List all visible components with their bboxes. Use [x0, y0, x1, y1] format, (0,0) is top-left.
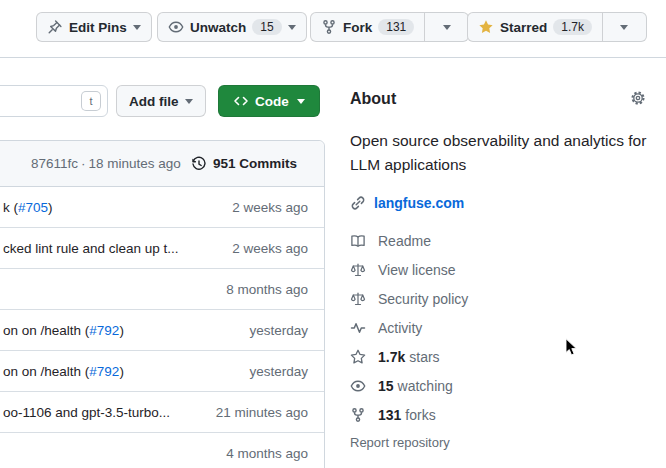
file-row: on on /health (#792) yesterday [0, 351, 324, 392]
pulse-icon [350, 320, 366, 336]
github-repo-page: Edit Pins Unwatch 15 Fork 131 [0, 0, 666, 468]
commit-message[interactable]: k (#705) [3, 200, 53, 215]
add-file-button[interactable]: Add file [116, 85, 206, 117]
book-icon [350, 233, 366, 249]
activity-link[interactable]: Activity [350, 313, 652, 342]
code-icon [233, 93, 249, 109]
commit-age: yesterday [249, 323, 308, 338]
fork-group: Fork 131 [310, 12, 469, 42]
go-to-file-input-box: t [0, 85, 108, 117]
file-row: on on /health (#792) yesterday [0, 310, 324, 351]
pr-link[interactable]: #792 [89, 364, 119, 379]
unwatch-button[interactable]: Unwatch 15 [157, 12, 307, 42]
commit-time: 18 minutes ago [89, 156, 181, 171]
chevron-down-icon [185, 99, 193, 104]
commits-count-label: 951 Commits [213, 156, 297, 171]
file-row: cked lint rule and clean up t... 2 weeks… [0, 228, 324, 269]
pin-icon [47, 19, 63, 35]
code-button[interactable]: Code [218, 85, 320, 117]
go-to-file-shortcut-hint: t [81, 91, 101, 111]
commit-age: 2 weeks ago [232, 200, 308, 215]
commit-sha: 87611fc [31, 156, 78, 171]
license-link[interactable]: View license [350, 255, 652, 284]
header-divider [0, 57, 666, 58]
fork-count-badge: 131 [378, 19, 414, 35]
eye-icon [350, 378, 366, 394]
star-icon [350, 349, 366, 365]
file-row: 8 months ago [0, 269, 324, 310]
commit-message[interactable]: on on /health (#792) [3, 323, 124, 338]
watch-count-badge: 15 [252, 19, 281, 35]
repo-description: Open source observability and analytics … [350, 129, 652, 177]
starred-label: Starred [500, 20, 547, 35]
star-group: Starred 1.7k [467, 12, 647, 42]
edit-pins-group: Edit Pins [36, 12, 152, 42]
fork-icon [321, 19, 337, 35]
latest-commit-bar: 87611fc·18 minutes ago 951 Commits [0, 141, 324, 187]
gear-icon[interactable] [630, 90, 646, 106]
website-link[interactable]: langfuse.com [374, 195, 464, 211]
file-row: oo-1106 and gpt-3.5-turbo... 21 minutes … [0, 392, 324, 433]
unwatch-label: Unwatch [190, 20, 246, 35]
watch-group: Unwatch 15 [157, 12, 307, 42]
commit-message[interactable]: on on /health (#792) [3, 364, 124, 379]
commits-history-link[interactable]: 951 Commits [191, 156, 297, 172]
law-icon [350, 262, 366, 278]
code-label: Code [255, 94, 289, 109]
chevron-down-icon [443, 25, 451, 30]
link-icon [350, 195, 366, 211]
readme-link[interactable]: Readme [350, 226, 652, 255]
chevron-down-icon [133, 25, 141, 30]
fork-icon [350, 407, 366, 423]
stars-link[interactable]: 1.7k stars [350, 342, 652, 371]
star-filled-icon [478, 19, 494, 35]
forks-link[interactable]: 131 forks [350, 400, 652, 429]
about-title: About [350, 90, 396, 107]
report-repository-link[interactable]: Report repository [350, 435, 652, 450]
fork-label: Fork [343, 20, 372, 35]
file-table: 87611fc·18 minutes ago 951 Commits k (#7… [0, 140, 325, 468]
file-row: k (#705) 2 weeks ago [0, 187, 324, 228]
fork-button[interactable]: Fork 131 [310, 12, 425, 42]
chevron-down-icon [288, 25, 296, 30]
about-panel: About Open source observability and anal… [350, 85, 652, 450]
commit-age: 2 weeks ago [232, 241, 308, 256]
starred-button[interactable]: Starred 1.7k [467, 12, 603, 42]
go-to-file-input[interactable] [0, 86, 81, 116]
commit-message[interactable]: oo-1106 and gpt-3.5-turbo... [3, 405, 170, 420]
chevron-down-icon [620, 25, 628, 30]
law-icon [350, 291, 366, 307]
commit-age: 4 months ago [226, 446, 308, 461]
commit-age: 21 minutes ago [216, 405, 308, 420]
history-icon [191, 156, 207, 172]
star-count-badge: 1.7k [553, 19, 592, 35]
commit-age: 8 months ago [226, 282, 308, 297]
commit-message[interactable]: cked lint rule and clean up t... [3, 241, 179, 256]
pr-link[interactable]: #705 [18, 200, 48, 215]
watching-link[interactable]: 15 watching [350, 371, 652, 400]
eye-icon [168, 19, 184, 35]
star-dropdown-button[interactable] [603, 12, 647, 42]
commit-age: yesterday [249, 364, 308, 379]
chevron-down-icon [297, 99, 305, 104]
latest-commit-meta[interactable]: 87611fc·18 minutes ago [31, 156, 184, 171]
pr-link[interactable]: #792 [89, 323, 119, 338]
edit-pins-button[interactable]: Edit Pins [36, 12, 152, 42]
edit-pins-label: Edit Pins [69, 20, 127, 35]
fork-dropdown-button[interactable] [425, 12, 469, 42]
add-file-label: Add file [129, 94, 179, 109]
file-row: 4 months ago [0, 433, 324, 468]
security-policy-link[interactable]: Security policy [350, 284, 652, 313]
meta-separator: · [81, 156, 86, 171]
